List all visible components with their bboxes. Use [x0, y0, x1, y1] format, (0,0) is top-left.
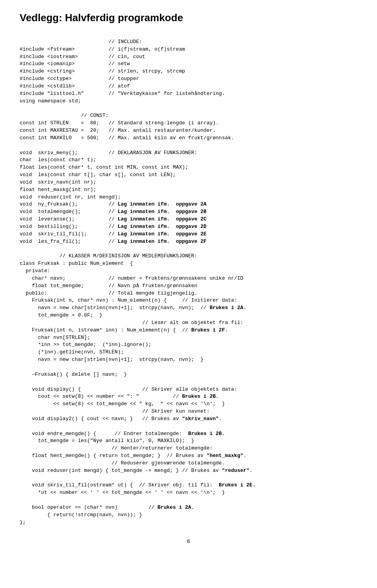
code-content: // INCLUDE: #include <fstream> // i(f)st…	[20, 31, 357, 526]
page-title: Vedlegg: Halvferdig programkode	[20, 12, 357, 24]
page-number: 6	[20, 538, 357, 544]
